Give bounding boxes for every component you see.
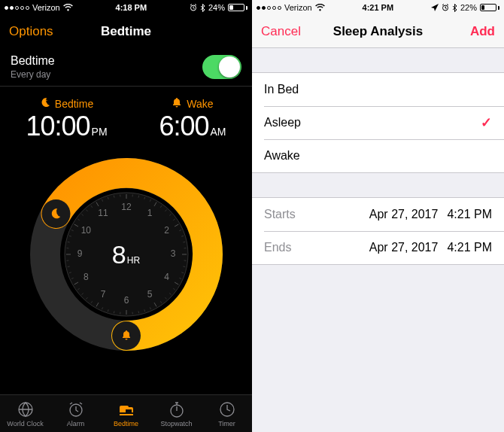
svg-text:1: 1: [147, 208, 152, 218]
cancel-button[interactable]: Cancel: [261, 24, 301, 39]
time-range-list: Starts Apr 27, 2017 4:21 PM Ends Apr 27,…: [252, 197, 504, 265]
wake-time[interactable]: 6:00AM: [159, 113, 226, 140]
tab-bar: World Clock Alarm Bedtime Stopwatch Time…: [0, 394, 252, 432]
bell-icon: [172, 97, 182, 110]
sleep-dial[interactable]: 121234567891011 8HR: [21, 149, 232, 360]
signal-strength-icon: [5, 6, 29, 10]
svg-text:6: 6: [123, 295, 129, 306]
svg-text:11: 11: [98, 208, 108, 218]
tab-world-clock[interactable]: World Clock: [0, 395, 50, 432]
ends-date: Apr 27, 2017: [369, 241, 439, 254]
svg-text:7: 7: [100, 289, 105, 300]
tab-label: Bedtime: [114, 420, 138, 427]
svg-text:8: 8: [83, 272, 88, 282]
location-icon: [431, 4, 439, 11]
ends-label: Ends: [264, 241, 291, 254]
bedtime-enable-toggle[interactable]: [202, 55, 241, 79]
moon-icon: [40, 97, 50, 110]
clock-app-bedtime-screen: Verizon 4:18 PM 24% Options Bedtime Bedt…: [0, 0, 252, 432]
svg-text:4: 4: [164, 272, 169, 282]
bedtime-header-title: Bedtime: [11, 54, 55, 68]
bluetooth-icon: [452, 4, 457, 12]
svg-text:5: 5: [147, 289, 152, 300]
bedtime-handle[interactable]: [41, 199, 70, 228]
health-sleep-analysis-screen: Verizon 4:21 PM 22% Cancel Sleep Analysi…: [252, 0, 504, 432]
starts-time: 4:21 PM: [447, 208, 492, 221]
wake-column: Wake 6:00AM: [159, 97, 226, 140]
status-bar: Verizon 4:21 PM 22%: [252, 0, 504, 15]
status-time: 4:21 PM: [363, 3, 394, 12]
svg-line-24: [183, 266, 185, 267]
tab-timer[interactable]: Timer: [202, 395, 252, 432]
svg-line-60: [67, 242, 69, 242]
svg-text:9: 9: [77, 248, 82, 259]
tab-alarm[interactable]: Alarm: [50, 395, 101, 432]
navigation-bar: Options Bedtime: [0, 15, 252, 48]
wake-handle[interactable]: [112, 321, 141, 350]
bedtime-column: Bedtime 10:00PM: [26, 97, 107, 140]
duration-display: 8HR: [112, 240, 140, 269]
svg-line-42: [114, 311, 114, 313]
tab-label: Stopwatch: [160, 420, 192, 427]
alarm-icon: [190, 4, 197, 11]
svg-text:12: 12: [121, 202, 132, 212]
tab-label: World Clock: [7, 420, 43, 427]
battery-icon: [228, 4, 247, 11]
bedtime-header-subtitle: Every day: [11, 69, 55, 80]
bedtime-time[interactable]: 10:00PM: [26, 113, 107, 140]
option-label: Asleep: [264, 116, 301, 129]
svg-line-19: [183, 242, 185, 242]
alarm-icon: [442, 4, 449, 11]
svg-line-73: [114, 196, 114, 198]
status-time: 4:18 PM: [116, 3, 147, 12]
option-label: Awake: [264, 149, 300, 163]
wake-label: Wake: [187, 98, 213, 110]
ends-row[interactable]: Ends Apr 27, 2017 4:21 PM: [252, 231, 504, 264]
tab-stopwatch[interactable]: Stopwatch: [151, 395, 202, 432]
option-awake[interactable]: Awake: [252, 139, 504, 172]
wifi-icon: [315, 4, 325, 11]
tab-label: Alarm: [67, 420, 85, 427]
option-asleep[interactable]: Asleep ✓: [252, 106, 504, 139]
bedtime-summary-row: Bedtime Every day: [0, 48, 252, 87]
svg-text:10: 10: [80, 225, 91, 236]
signal-strength-icon: [257, 6, 281, 10]
carrier-label: Verizon: [32, 3, 60, 12]
battery-icon: [480, 4, 499, 11]
battery-percent: 22%: [460, 3, 477, 12]
ends-time: 4:21 PM: [447, 241, 492, 254]
svg-line-6: [138, 196, 139, 198]
navigation-bar: Cancel Sleep Analysis Add: [252, 15, 504, 48]
starts-date: Apr 27, 2017: [369, 208, 439, 221]
tab-bedtime[interactable]: Bedtime: [101, 395, 151, 432]
starts-label: Starts: [264, 208, 296, 221]
options-button[interactable]: Options: [9, 24, 53, 39]
battery-percent: 24%: [208, 3, 225, 12]
svg-text:3: 3: [170, 248, 175, 259]
bluetooth-icon: [200, 4, 205, 12]
svg-line-37: [138, 311, 139, 313]
wifi-icon: [63, 4, 73, 11]
bedtime-label: Bedtime: [55, 98, 93, 110]
svg-line-55: [67, 266, 69, 267]
carrier-label: Verizon: [284, 3, 312, 12]
tab-label: Timer: [218, 420, 235, 427]
option-label: In Bed: [264, 83, 299, 96]
sleep-times-row: Bedtime 10:00PM Wake 6:00AM: [0, 87, 252, 145]
sleep-type-list: In Bed Asleep ✓ Awake: [252, 72, 504, 173]
add-button[interactable]: Add: [470, 24, 495, 39]
status-bar: Verizon 4:18 PM 24%: [0, 0, 252, 15]
checkmark-icon: ✓: [481, 114, 492, 131]
svg-text:2: 2: [164, 225, 169, 236]
starts-row[interactable]: Starts Apr 27, 2017 4:21 PM: [252, 198, 504, 231]
option-in-bed[interactable]: In Bed: [252, 73, 504, 106]
